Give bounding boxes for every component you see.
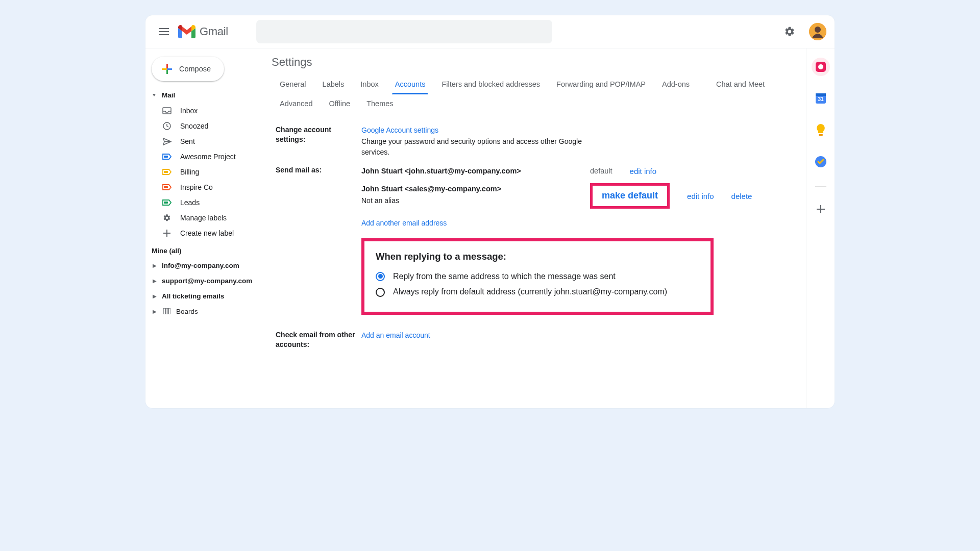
- label-icon: [162, 152, 172, 162]
- sidepanel-add[interactable]: [812, 200, 830, 218]
- edit-info-link[interactable]: edit info: [630, 165, 657, 177]
- svg-rect-2: [163, 108, 171, 114]
- sidebar-mine-boards[interactable]: ▶ Boards: [151, 304, 267, 319]
- mine-label: Boards: [176, 308, 198, 315]
- section-send-mail-as: Send mail as: John Stuart <john.stuart@m…: [276, 165, 794, 315]
- settings-tabs: General Labels Inbox Accounts Filters an…: [272, 75, 794, 114]
- sidepanel-tasks[interactable]: [812, 153, 830, 171]
- compose-button[interactable]: Compose: [152, 57, 224, 81]
- add-email-account-link[interactable]: Add an email account: [361, 331, 430, 339]
- tab-advanced[interactable]: Advanced: [272, 94, 321, 114]
- sidebar-section-mine: Mine (all): [151, 241, 267, 258]
- svg-point-1: [815, 27, 821, 33]
- tab-accounts[interactable]: Accounts: [387, 75, 434, 94]
- add-another-email-link[interactable]: Add another email address: [361, 219, 447, 227]
- search-input[interactable]: [256, 20, 552, 43]
- sidebar-mine-info[interactable]: ▶ info@my-company.com: [151, 258, 267, 273]
- make-default-link[interactable]: make default: [602, 190, 658, 201]
- sidebar-item-manage-labels[interactable]: Manage labels: [151, 210, 267, 226]
- sidebar-mine-support[interactable]: ▶ support@my-company.com: [151, 273, 267, 288]
- tasks-icon: [815, 156, 826, 167]
- reply-behavior-highlight: When replying to a message: Reply from t…: [361, 238, 714, 315]
- nav-label: Inspire Co: [180, 183, 213, 191]
- sidebar-item-sent[interactable]: Sent: [151, 134, 267, 149]
- sidebar-item-inspire-co[interactable]: Inspire Co: [151, 180, 267, 195]
- sidebar-mine-ticketing[interactable]: ▶ All ticketing emails: [151, 288, 267, 304]
- tab-themes[interactable]: Themes: [358, 94, 401, 114]
- sidebar-item-inbox[interactable]: Inbox: [151, 103, 267, 118]
- app-body: Compose ▼ Mail Inbox Snoozed Sent Awesom…: [145, 48, 835, 408]
- sidepanel-calendar[interactable]: 31: [812, 89, 830, 108]
- nav-label: Snoozed: [180, 122, 208, 130]
- tab-chat-meet[interactable]: Chat and Meet: [708, 75, 773, 94]
- nav-label: Manage labels: [180, 214, 227, 222]
- chevron-right-icon: ▶: [153, 293, 159, 299]
- reply-option-label: Reply from the same address to which the…: [393, 270, 616, 283]
- settings-button[interactable]: [779, 21, 800, 42]
- reply-option-default-address[interactable]: Always reply from default address (curre…: [376, 286, 699, 298]
- svg-rect-6: [164, 186, 168, 188]
- label-icon: [162, 182, 172, 192]
- gmail-logo[interactable]: Gmail: [178, 25, 228, 38]
- sidebar-section-mail[interactable]: ▼ Mail: [151, 89, 267, 103]
- send-as-row-primary: John Stuart <john.stuart@my-company.com>…: [361, 165, 794, 177]
- tab-inbox[interactable]: Inbox: [352, 75, 386, 94]
- tab-addons[interactable]: Add-ons: [654, 75, 698, 94]
- label-icon: [162, 167, 172, 177]
- reply-option-same-address[interactable]: Reply from the same address to which the…: [376, 270, 699, 283]
- google-account-settings-link[interactable]: Google Account settings: [361, 126, 438, 134]
- chevron-right-icon: ▶: [153, 278, 159, 284]
- delete-link[interactable]: delete: [731, 190, 752, 202]
- hamburger-icon: [159, 28, 169, 35]
- clock-icon: [162, 121, 172, 131]
- nav-label: Create new label: [180, 229, 234, 237]
- plus-icon: [162, 64, 172, 74]
- gmail-app: Gmail Compose ▼ Mail Inbox: [145, 15, 835, 408]
- reply-option-label: Always reply from default address (curre…: [393, 286, 667, 298]
- check-email-label: Check email from other accounts:: [276, 330, 361, 349]
- sidebar-item-leads[interactable]: Leads: [151, 195, 267, 210]
- svg-point-12: [818, 64, 823, 69]
- chevron-down-icon: ▼: [152, 93, 157, 97]
- sidebar-item-billing[interactable]: Billing: [151, 164, 267, 180]
- send-as-alias-note: Not an alias: [361, 196, 399, 205]
- nav-label: Billing: [180, 168, 199, 176]
- addon-icon: [816, 62, 826, 72]
- chevron-right-icon: ▶: [153, 263, 159, 268]
- make-default-highlight: make default: [590, 183, 670, 209]
- edit-info-link[interactable]: edit info: [687, 190, 714, 202]
- calendar-icon: 31: [815, 93, 826, 104]
- tab-labels[interactable]: Labels: [314, 75, 353, 94]
- sidebar-item-awesome-project[interactable]: Awesome Project: [151, 149, 267, 164]
- sidebar-item-snoozed[interactable]: Snoozed: [151, 118, 267, 134]
- tab-filters[interactable]: Filters and blocked addresses: [433, 75, 548, 94]
- nav-label: Leads: [180, 198, 200, 207]
- sidepanel-addon-1[interactable]: [812, 58, 830, 76]
- change-account-desc: Change your password and security option…: [361, 137, 582, 157]
- main-panel: Settings General Labels Inbox Accounts F…: [272, 48, 806, 408]
- avatar-icon: [809, 23, 826, 40]
- boards-icon: [162, 308, 172, 314]
- tab-forwarding[interactable]: Forwarding and POP/IMAP: [548, 75, 654, 94]
- sidebar-mail-label: Mail: [162, 91, 175, 99]
- change-account-label: Change account settings:: [276, 125, 361, 144]
- tab-general[interactable]: General: [272, 75, 314, 94]
- gear-icon: [162, 213, 172, 223]
- sent-icon: [162, 136, 172, 146]
- account-avatar[interactable]: [809, 23, 826, 40]
- keep-icon: [816, 124, 826, 136]
- svg-rect-7: [164, 202, 168, 204]
- sidebar-item-create-label[interactable]: Create new label: [151, 226, 267, 241]
- svg-rect-9: [166, 308, 168, 314]
- svg-rect-8: [163, 308, 165, 314]
- sidepanel-keep[interactable]: [812, 121, 830, 139]
- main-menu-button[interactable]: [152, 19, 176, 44]
- mine-label: All ticketing emails: [162, 292, 224, 300]
- radio-unselected-icon: [376, 288, 385, 297]
- section-check-email: Check email from other accounts: Add an …: [276, 330, 794, 349]
- chevron-right-icon: ▶: [153, 309, 159, 314]
- tab-offline[interactable]: Offline: [321, 94, 359, 114]
- mine-label: info@my-company.com: [162, 262, 239, 269]
- svg-text:31: 31: [818, 96, 824, 102]
- gear-icon: [784, 26, 795, 37]
